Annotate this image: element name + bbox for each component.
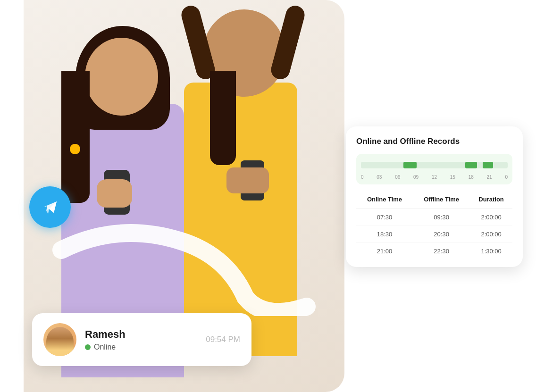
records-card: Online and Offline Records 0 03 06 09 12… <box>346 126 523 267</box>
online-indicator <box>85 344 91 350</box>
timeline-segment-2 <box>465 162 477 168</box>
woman-face <box>85 38 158 116</box>
avatar-figure <box>46 327 74 356</box>
label-12: 12 <box>432 175 437 180</box>
dot-yellow <box>70 144 80 154</box>
label-24: 0 <box>505 175 508 180</box>
svg-marker-0 <box>345 26 444 87</box>
label-06: 06 <box>395 175 400 180</box>
label-18: 18 <box>469 175 474 180</box>
big-arrow <box>345 26 444 89</box>
label-09: 09 <box>413 175 419 180</box>
records-title: Online and Offline Records <box>356 137 512 146</box>
contact-name: Ramesh <box>85 328 206 341</box>
timeline-segment-3 <box>483 162 493 168</box>
status-info: Ramesh Online <box>85 328 206 351</box>
telegram-icon[interactable] <box>29 186 71 228</box>
label-21: 21 <box>487 175 492 180</box>
child-hands <box>226 167 269 193</box>
cell-offline-1: 20:30 <box>413 226 470 243</box>
timeline-labels: 0 03 06 09 12 15 18 21 0 <box>361 175 508 180</box>
cell-duration-0: 2:00:00 <box>470 209 512 226</box>
table-row: 21:00 22:30 1:30:00 <box>356 243 512 260</box>
last-seen-time: 09:54 PM <box>206 335 240 344</box>
timeline-segment-1 <box>403 162 417 168</box>
col-offline-time: Offline Time <box>413 192 470 209</box>
cell-duration-1: 2:00:00 <box>470 226 512 243</box>
label-0: 0 <box>361 175 364 180</box>
col-duration: Duration <box>470 192 512 209</box>
online-label: Online <box>94 343 116 351</box>
cell-online-0: 07:30 <box>356 209 413 226</box>
records-table: Online Time Offline Time Duration 07:30 … <box>356 192 512 259</box>
col-online-time: Online Time <box>356 192 413 209</box>
cell-online-1: 18:30 <box>356 226 413 243</box>
timeline-chart: 0 03 06 09 12 15 18 21 0 <box>356 154 512 184</box>
woman-hair-long <box>61 71 90 203</box>
cell-offline-2: 22:30 <box>413 243 470 260</box>
woman-hair-right <box>210 71 236 165</box>
label-03: 03 <box>377 175 382 180</box>
avatar <box>43 323 76 356</box>
table-row: 18:30 20:30 2:00:00 <box>356 226 512 243</box>
online-status: Online <box>85 343 206 351</box>
label-15: 15 <box>450 175 455 180</box>
cell-duration-2: 1:30:00 <box>470 243 512 260</box>
telegram-logo <box>40 197 60 217</box>
status-card: Ramesh Online 09:54 PM <box>32 313 251 366</box>
table-row: 07:30 09:30 2:00:00 <box>356 209 512 226</box>
woman-hand <box>97 179 132 208</box>
cell-online-2: 21:00 <box>356 243 413 260</box>
cell-offline-0: 09:30 <box>413 209 470 226</box>
timeline-track-container <box>361 160 508 171</box>
